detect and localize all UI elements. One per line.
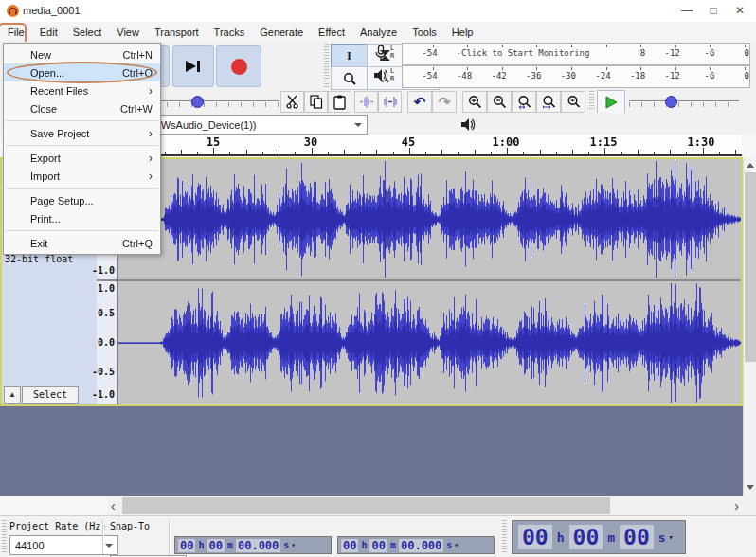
silence-audio-icon <box>383 96 398 108</box>
menu-analyze[interactable]: Analyze <box>352 24 405 41</box>
play-at-speed-button[interactable] <box>597 90 625 114</box>
zoom-in-button[interactable] <box>462 91 487 113</box>
menu-item-exit[interactable]: ExitCtrl+Q <box>4 234 160 252</box>
scrollbar-corner <box>743 496 756 515</box>
project-rate-label: Project Rate (Hz) <box>9 521 106 531</box>
zoom-toggle-icon <box>567 95 581 109</box>
audio-position-field[interactable]: 00h 00m 00s ▾ <box>512 520 686 554</box>
undo-button[interactable]: ↶ <box>407 91 432 113</box>
copy-button[interactable] <box>304 91 328 113</box>
fit-project-button[interactable] <box>536 91 561 113</box>
menu-file[interactable]: File <box>0 24 32 41</box>
horizontal-scrollbar[interactable]: ‹ › <box>107 496 743 515</box>
menu-item-close[interactable]: CloseCtrl+W <box>4 99 160 117</box>
vertical-scrollbar[interactable] <box>743 157 756 496</box>
menu-separator <box>6 230 158 231</box>
play-at-speed-icon <box>604 96 618 109</box>
playback-speed-thumb[interactable] <box>665 96 677 108</box>
paste-button[interactable] <box>328 91 351 113</box>
scroll-up-icon[interactable] <box>747 163 754 168</box>
redo-button[interactable]: ↷ <box>432 91 457 113</box>
file-menu: NewCtrl+N Open...Ctrl+O Recent Files› Cl… <box>3 43 161 255</box>
title-bar: media_0001 — □ ✕ <box>0 0 756 23</box>
submenu-arrow-icon: › <box>149 170 153 183</box>
scroll-down-icon[interactable] <box>747 485 754 490</box>
horizontal-scroll-thumb[interactable] <box>122 497 610 514</box>
menu-generate[interactable]: Generate <box>252 24 311 41</box>
redo-icon: ↷ <box>439 94 451 111</box>
recording-volume-thumb[interactable] <box>191 96 204 108</box>
cut-button[interactable] <box>280 91 304 113</box>
zoom-out-button[interactable] <box>487 91 512 113</box>
window-title: media_0001 <box>23 5 81 16</box>
vertical-scroll-thumb[interactable] <box>745 172 756 362</box>
empty-track-area[interactable] <box>0 406 743 496</box>
submenu-arrow-icon: › <box>149 152 153 165</box>
selection-toolbar-gripper[interactable] <box>2 520 7 554</box>
chevron-down-icon <box>354 123 362 127</box>
menu-transport[interactable]: Transport <box>147 24 207 41</box>
menu-tracks[interactable]: Tracks <box>207 24 253 41</box>
menu-select[interactable]: Select <box>65 24 110 41</box>
record-meter[interactable]: -54 -48 8 -12 -6 0 Click to Start Monito… <box>402 43 750 65</box>
menu-item-open[interactable]: Open...Ctrl+O <box>4 63 160 81</box>
play-speed-gripper[interactable] <box>589 91 594 111</box>
selection-end-field[interactable]: 00h 00m 00.000s ▾ <box>337 536 495 554</box>
vertical-ruler-channel-2[interactable]: 1.0 0.5 0.0 -0.5 -1.0 <box>97 281 118 404</box>
collapse-track-button[interactable]: ▲ <box>4 386 21 404</box>
recording-device-combo[interactable]: (WsAudio_Device(1)) <box>152 115 368 135</box>
playback-speed-slider[interactable] <box>629 92 739 111</box>
scroll-left-icon[interactable]: ‹ <box>111 499 116 512</box>
menu-separator <box>6 188 158 189</box>
play-meter-lr: LR <box>390 67 394 82</box>
recording-volume-slider[interactable] <box>142 92 279 111</box>
menu-help[interactable]: Help <box>444 24 481 41</box>
chevron-down-icon <box>105 544 113 548</box>
waveform-channel-1[interactable] <box>118 159 741 279</box>
fit-selection-button[interactable] <box>512 91 536 113</box>
monitoring-text[interactable]: Click to Start Monitoring <box>459 48 591 58</box>
menu-item-print[interactable]: Print... <box>4 209 160 227</box>
zoom-toggle-button[interactable] <box>561 91 585 113</box>
maximize-button[interactable]: □ <box>707 4 720 17</box>
menu-tools[interactable]: Tools <box>405 24 444 41</box>
selection-tool-button[interactable]: I <box>331 44 368 67</box>
skip-to-end-button[interactable] <box>172 45 214 87</box>
track-select-button[interactable]: Select <box>22 386 79 404</box>
record-meter-lr: LR <box>390 45 394 60</box>
cut-icon <box>285 95 299 109</box>
fit-project-icon <box>542 95 556 109</box>
record-button[interactable] <box>216 45 261 87</box>
fit-selection-icon <box>517 95 531 109</box>
trim-audio-icon <box>359 96 374 108</box>
scroll-right-icon[interactable]: › <box>734 499 739 512</box>
menu-effect[interactable]: Effect <box>311 24 352 41</box>
menu-item-import[interactable]: Import› <box>4 167 160 185</box>
menu-item-recent-files[interactable]: Recent Files› <box>4 81 160 99</box>
selection-tool-icon: I <box>347 48 351 63</box>
close-button[interactable]: ✕ <box>733 4 747 17</box>
tools-toolbar-gripper[interactable] <box>324 44 329 89</box>
copy-icon <box>310 95 323 109</box>
playback-device-speaker-icon <box>460 117 477 133</box>
timeline-ruler[interactable]: 15 30 45 1:00 1:15 1:30 <box>116 135 742 157</box>
menu-item-export[interactable]: Export› <box>4 149 160 167</box>
submenu-arrow-icon: › <box>149 84 153 98</box>
menu-item-save-project[interactable]: Save Project› <box>4 124 160 142</box>
paste-icon <box>333 95 346 110</box>
waveform-channel-2[interactable] <box>118 281 741 404</box>
zoom-tool-button[interactable] <box>331 66 368 90</box>
menu-separator <box>6 120 158 121</box>
playback-meter[interactable]: -54 -48 -42 -36 -30 -24 -18 -12 -6 0 <box>402 65 750 88</box>
menu-edit[interactable]: Edit <box>32 24 65 41</box>
time-toolbar-gripper[interactable] <box>502 520 507 554</box>
menu-view[interactable]: View <box>109 24 147 41</box>
menu-item-new[interactable]: NewCtrl+N <box>4 45 160 63</box>
menu-item-page-setup[interactable]: Page Setup... <box>4 191 160 209</box>
minimize-button[interactable]: — <box>680 4 693 17</box>
silence-audio-button[interactable] <box>378 91 402 113</box>
audacity-window: media_0001 — □ ✕ File Edit Select View T… <box>0 0 756 557</box>
zoom-in-icon <box>468 95 482 109</box>
selection-start-field[interactable]: 00h 00m 00.000s ▾ <box>174 536 332 554</box>
trim-audio-button[interactable] <box>354 91 378 113</box>
